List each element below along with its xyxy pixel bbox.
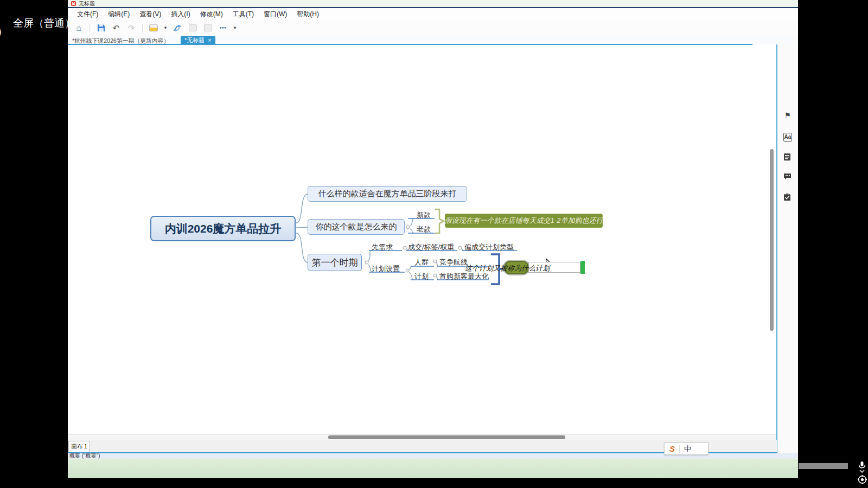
undo-button[interactable]: ↶ (110, 22, 123, 34)
menu-tools[interactable]: 工具(T) (228, 9, 259, 20)
comments-icon[interactable] (783, 173, 792, 182)
sheet-tab-canvas1[interactable]: 画布 1 (68, 441, 90, 452)
stray-paren-glyph: ） (0, 24, 8, 39)
window-titlebar[interactable]: 无标题 (68, 0, 798, 7)
more-icon: ⋯ (220, 24, 227, 31)
recorder-level-bar (799, 463, 848, 469)
topic-first-period[interactable]: 第一个时期 (308, 254, 362, 271)
menu-window[interactable]: 窗口(W) (259, 9, 292, 20)
style-dropdown[interactable]: ▾ (162, 22, 169, 34)
recorder-record-icon[interactable] (858, 475, 867, 484)
vertical-scrollbar-thumb[interactable] (770, 149, 774, 331)
summary-note-green[interactable]: 假设现在有一个款在店铺每天成交1-2单加购也还行 (445, 214, 603, 228)
undo-icon: ↶ (113, 24, 120, 32)
inline-edit-textbox[interactable] (528, 262, 580, 273)
topic-item-source[interactable]: 你的这个款是怎么来的 (308, 219, 405, 235)
ime-mode-chinese[interactable]: 中 (684, 444, 691, 454)
tab-label: *无标题 (184, 36, 205, 44)
central-topic[interactable]: 内训2026魔方单品拉升 (150, 216, 296, 241)
relationship-icon (173, 24, 182, 32)
chevron-down-icon: ▾ (234, 25, 237, 30)
menu-insert[interactable]: 插入(I) (166, 9, 195, 20)
tab-close-icon[interactable]: × (208, 37, 211, 43)
relationship-button[interactable] (171, 22, 184, 34)
tab-untitled-active[interactable]: *无标题 × (181, 36, 215, 44)
menu-bar: 文件(F) 编辑(E) 查看(V) 插入(I) 修改(M) 工具(T) 窗口(W… (68, 8, 798, 20)
recorder-mic-icon[interactable] (858, 461, 866, 473)
task-checklist-icon[interactable] (783, 193, 792, 202)
fullscreen-mode-label: 全屏（普通） (13, 16, 75, 30)
notes-icon[interactable] (783, 153, 792, 162)
marker-flag-icon[interactable]: ⚑ (783, 111, 792, 120)
redo-icon: ↷ (128, 24, 135, 32)
boundary-button[interactable] (186, 22, 199, 34)
window-title: 无标题 (79, 0, 95, 7)
more-button[interactable]: ⋯ (216, 22, 229, 34)
menu-file[interactable]: 文件(F) (72, 9, 103, 20)
document-tabbar: *杭州线下课2026第一期（更新内容） *无标题 × (68, 36, 798, 44)
save-button[interactable] (94, 22, 107, 34)
redo-button[interactable]: ↷ (125, 22, 138, 34)
windows-taskbar: 搜索 e M (68, 459, 798, 478)
home-icon: ⌂ (76, 24, 81, 33)
menu-modify[interactable]: 修改(M) (195, 9, 228, 20)
format-text-icon[interactable]: Aa (783, 133, 792, 142)
topic-what-style-fits[interactable]: 什么样的款适合在魔方单品三阶段来打 (308, 186, 467, 202)
summary-icon (204, 24, 212, 31)
ime-panel[interactable]: S 中 (664, 442, 709, 455)
menu-edit[interactable]: 编辑(E) (103, 9, 135, 20)
menu-view[interactable]: 查看(V) (135, 9, 166, 20)
style-icon (149, 24, 158, 31)
selected-summary-node[interactable] (504, 261, 529, 274)
chevron-down-icon: ▾ (164, 25, 167, 30)
ime-divider (679, 445, 680, 453)
style-button[interactable] (147, 22, 160, 34)
summary-button[interactable] (201, 22, 214, 34)
menu-help[interactable]: 帮助(H) (292, 9, 324, 20)
toolbar-separator (142, 24, 143, 33)
toolbar-dropdown[interactable]: ▾ (232, 22, 238, 34)
horizontal-scrollbar[interactable] (68, 434, 776, 440)
save-icon (97, 24, 105, 32)
toolbar-separator (90, 24, 90, 33)
xmind-app-icon (71, 1, 76, 6)
sogou-logo[interactable]: S (669, 444, 675, 453)
boundary-icon (189, 24, 197, 31)
right-side-panel: ⚑ Aa (777, 44, 798, 453)
edit-resize-handle[interactable] (580, 261, 585, 274)
stage: 无标题 文件(F) 编辑(E) 查看(V) 插入(I) 修改(M) 工具(T) … (0, 0, 868, 488)
toolbar: ⌂ ↶ ↷ ▾ ⋯ ▾ (68, 20, 798, 36)
horizontal-scrollbar-thumb[interactable] (328, 435, 565, 439)
